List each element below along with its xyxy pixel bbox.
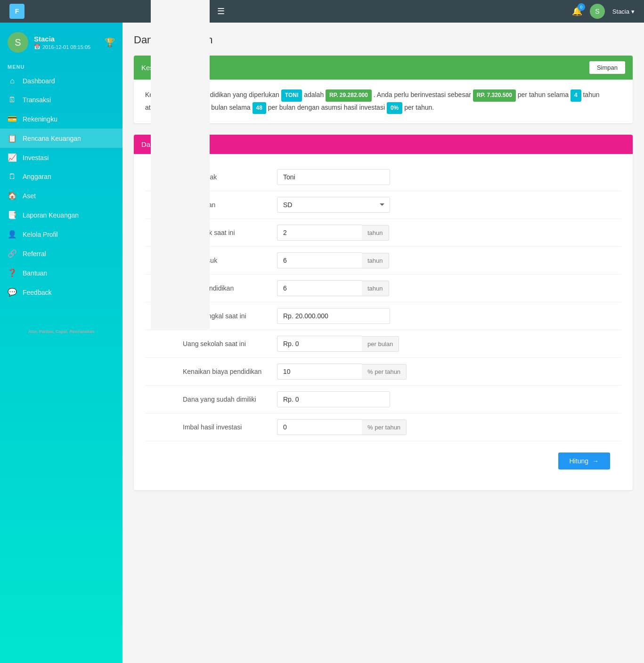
badge-amount1: RP. 29.282.000 — [326, 89, 372, 102]
control-uang-sekolah: per bulan — [277, 336, 465, 352]
input-imbal-hasil[interactable] — [277, 419, 362, 435]
input-usia-masuk[interactable] — [277, 252, 362, 268]
control-usia-masuk: tahun — [277, 252, 465, 268]
arrow-right-icon: → — [592, 457, 599, 465]
logo-sub-text: Atur, Pantau, Capai, Rencanakan — [28, 329, 210, 334]
control-imbal-hasil: % per tahun — [277, 419, 465, 435]
control-uang-pangkal — [277, 308, 465, 324]
navbar-left: F Finansialku Atur, Pantau, Capai, Renca… — [9, 0, 225, 334]
badge-months: 48 — [253, 102, 266, 114]
input-nama-anak[interactable] — [277, 169, 390, 185]
badge-name: TONI — [281, 89, 302, 102]
button-row: Hitung → — [145, 441, 621, 481]
control-dana-dimiliki — [277, 391, 465, 407]
suffix-uang-sekolah: per bulan — [362, 336, 399, 352]
control-lama-pendidikan: tahun — [277, 280, 465, 296]
simpan-button[interactable]: Simpan — [589, 61, 625, 74]
kesimpulan-text4: per tahun selama — [518, 91, 569, 98]
logo-icon: F — [9, 4, 24, 19]
select-pendidikan[interactable]: SD SMP SMA D3 S1 S2 — [277, 197, 390, 213]
control-nama-anak — [277, 169, 465, 185]
input-dana-dimiliki[interactable] — [277, 391, 390, 407]
control-usia-anak: tahun — [277, 225, 465, 241]
navbar-right: 🔔 0 S Stacia ▾ — [572, 4, 635, 19]
control-pendidikan: SD SMP SMA D3 S1 S2 — [277, 197, 465, 213]
hitung-button[interactable]: Hitung → — [558, 453, 610, 469]
input-lama-pendidikan[interactable] — [277, 280, 362, 296]
suffix-kenaikan-biaya: % per tahun — [362, 364, 407, 380]
form-row-dana-dimiliki: Dana yang sudah dimiliki — [145, 386, 621, 413]
notification-icon[interactable]: 🔔 0 — [572, 6, 582, 16]
logo-text: Finansialku Atur, Pantau, Capai, Rencana… — [28, 0, 210, 334]
input-uang-pangkal[interactable] — [277, 308, 390, 324]
notification-badge: 0 — [578, 3, 585, 11]
navbar: F Finansialku Atur, Pantau, Capai, Renca… — [0, 0, 644, 23]
kesimpulan-text3: . Anda perlu berinvestasi sebesar — [374, 91, 471, 98]
input-uang-sekolah[interactable] — [277, 336, 362, 352]
user-avatar: S — [590, 4, 605, 19]
label-imbal-hasil: Imbal hasil investasi — [145, 423, 277, 431]
label-uang-sekolah: Uang sekolah saat ini — [145, 340, 277, 348]
input-kenaikan-biaya[interactable] — [277, 364, 362, 380]
input-usia-anak[interactable] — [277, 225, 362, 241]
form-row-imbal-hasil: Imbal hasil investasi % per tahun — [145, 413, 621, 441]
label-kenaikan-biaya: Kenaikan biaya pendidikan — [145, 368, 277, 375]
suffix-usia-masuk: tahun — [362, 253, 389, 268]
kesimpulan-text9: per tahun. — [404, 104, 434, 111]
badge-amount2: RP. 7.320.500 — [473, 89, 516, 102]
navbar-logo: F Finansialku Atur, Pantau, Capai, Renca… — [9, 0, 210, 334]
control-kenaikan-biaya: % per tahun — [277, 364, 465, 380]
suffix-lama-pendidikan: tahun — [362, 281, 389, 296]
suffix-imbal-hasil: % per tahun — [362, 420, 407, 435]
kesimpulan-text5: tahun — [583, 91, 599, 98]
kesimpulan-text8: per bulan dengan asumsi hasil investasi — [268, 104, 385, 111]
label-dana-dimiliki: Dana yang sudah dimiliki — [145, 396, 277, 403]
kesimpulan-text2: adalah — [304, 91, 324, 98]
badge-years: 4 — [571, 89, 581, 102]
form-row-kenaikan-biaya: Kenaikan biaya pendidikan % per tahun — [145, 358, 621, 386]
hamburger-menu[interactable]: ☰ — [217, 6, 225, 16]
user-name-dropdown[interactable]: Stacia ▾ — [612, 8, 635, 15]
form-row-uang-sekolah: Uang sekolah saat ini per bulan — [145, 330, 621, 358]
badge-pct: 0% — [387, 102, 402, 114]
suffix-usia-anak: tahun — [362, 225, 389, 241]
logo-main-text: Finansialku — [151, 0, 210, 329]
